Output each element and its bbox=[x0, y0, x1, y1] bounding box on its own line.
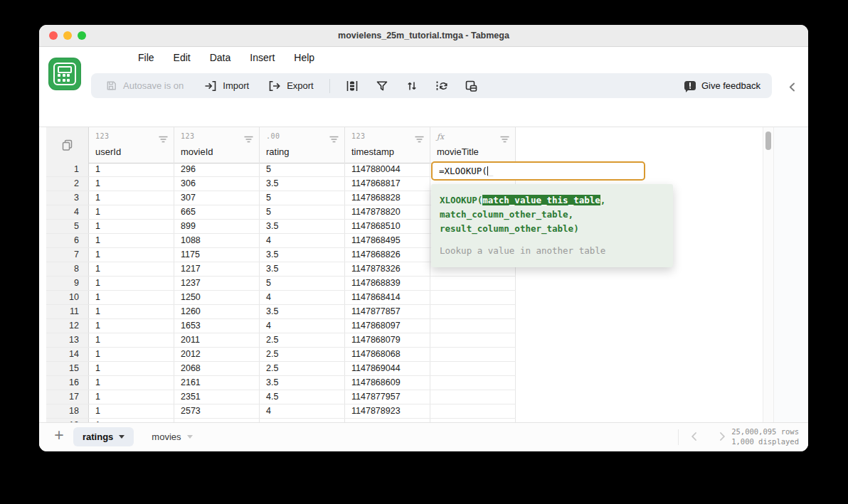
cell-timestamp[interactable]: 1147868609 bbox=[345, 376, 430, 390]
vertical-scrollbar[interactable] bbox=[763, 127, 774, 423]
cell-timestamp[interactable]: 1147868839 bbox=[345, 277, 430, 290]
collapse-panel-icon[interactable] bbox=[788, 82, 799, 93]
cell-timestamp[interactable]: 1147877957 bbox=[345, 390, 430, 404]
cell-movieId[interactable]: 1217 bbox=[174, 262, 260, 276]
cell-rating[interactable]: 3.5 bbox=[260, 220, 345, 233]
column-filter-icon[interactable] bbox=[244, 133, 253, 146]
row-number[interactable]: 1 bbox=[46, 163, 89, 176]
cell-timestamp[interactable]: 1147868826 bbox=[345, 248, 430, 262]
column-header-timestamp[interactable]: 123timestamp bbox=[345, 127, 430, 163]
row-number[interactable]: 15 bbox=[46, 362, 89, 375]
menu-item-edit[interactable]: Edit bbox=[174, 52, 191, 63]
cell-rating[interactable]: 4.5 bbox=[260, 390, 345, 404]
cell-timestamp[interactable]: 1147877857 bbox=[345, 305, 430, 318]
cell-userId[interactable]: 1 bbox=[89, 177, 174, 191]
cell-userId[interactable]: 1 bbox=[89, 248, 174, 262]
cell-rating[interactable]: 5 bbox=[260, 163, 345, 176]
give-feedback-button[interactable]: Give feedback bbox=[684, 80, 760, 91]
cell-rating[interactable]: 3.5 bbox=[260, 177, 345, 191]
cell-userId[interactable]: 1 bbox=[89, 191, 174, 205]
cell-timestamp[interactable]: 1147869044 bbox=[345, 362, 430, 375]
column-header-movieId[interactable]: 123movieId bbox=[174, 127, 260, 163]
sort-icon[interactable] bbox=[405, 79, 419, 93]
cell-movieId[interactable]: 2573 bbox=[174, 404, 260, 418]
cell-rating[interactable]: 3.5 bbox=[260, 305, 345, 318]
previous-page-icon[interactable] bbox=[690, 431, 698, 444]
cell-movieId[interactable]: 2161 bbox=[174, 376, 260, 390]
cell-userId[interactable]: 1 bbox=[89, 348, 174, 361]
cell-rating[interactable]: 3.5 bbox=[260, 248, 345, 262]
cell-movieId[interactable]: 306 bbox=[174, 177, 260, 191]
row-number[interactable]: 6 bbox=[46, 234, 89, 247]
cell-timestamp[interactable]: 1147868079 bbox=[345, 333, 430, 347]
cell-userId[interactable]: 1 bbox=[89, 262, 174, 276]
cell-timestamp[interactable]: 1147868068 bbox=[345, 348, 430, 361]
column-list-icon[interactable] bbox=[345, 79, 359, 93]
refresh-columns-icon[interactable] bbox=[435, 79, 449, 93]
cell-timestamp[interactable]: 1147868414 bbox=[345, 291, 430, 304]
cell-movieTitle[interactable] bbox=[430, 362, 516, 375]
row-number[interactable]: 14 bbox=[46, 348, 89, 361]
cell-userId[interactable]: 1 bbox=[89, 163, 174, 176]
cell-rating[interactable]: 5 bbox=[260, 191, 345, 205]
cell-movieId[interactable]: 2012 bbox=[174, 348, 260, 361]
cell-rating[interactable]: 4 bbox=[260, 234, 345, 247]
row-number[interactable]: 5 bbox=[46, 220, 89, 233]
cell-rating[interactable]: 2.5 bbox=[260, 348, 345, 361]
cell-timestamp[interactable]: 1147868817 bbox=[345, 177, 430, 191]
cell-movieId[interactable]: 1237 bbox=[174, 277, 260, 290]
row-number[interactable]: 13 bbox=[46, 333, 89, 347]
cell-movieId[interactable]: 899 bbox=[174, 220, 260, 233]
cell-movieTitle[interactable] bbox=[430, 305, 516, 318]
column-filter-icon[interactable] bbox=[159, 133, 168, 146]
cell-timestamp[interactable]: 1147880044 bbox=[345, 163, 430, 176]
sheet-tab-ratings[interactable]: ratings bbox=[73, 427, 134, 446]
cell-timestamp[interactable]: 1147868828 bbox=[345, 191, 430, 205]
menu-item-help[interactable]: Help bbox=[294, 52, 314, 63]
cell-userId[interactable]: 1 bbox=[89, 376, 174, 390]
row-number[interactable]: 9 bbox=[46, 277, 89, 290]
export-button[interactable]: Export bbox=[267, 79, 314, 93]
column-filter-icon[interactable] bbox=[415, 133, 424, 146]
cell-userId[interactable]: 1 bbox=[89, 291, 174, 304]
row-number[interactable]: 7 bbox=[46, 248, 89, 262]
sheet-tab-movies[interactable]: movies bbox=[142, 427, 201, 446]
cell-userId[interactable]: 1 bbox=[89, 305, 174, 318]
formula-cell-editor[interactable]: =XLOOKUP(_ bbox=[431, 161, 645, 181]
column-header-userId[interactable]: 123userId bbox=[89, 127, 174, 163]
cell-timestamp[interactable]: 1147868495 bbox=[345, 234, 430, 247]
cell-timestamp[interactable]: 1147878820 bbox=[345, 205, 430, 219]
column-filter-icon[interactable] bbox=[500, 133, 509, 146]
column-header-movieTitle[interactable]: ƒxmovieTitle bbox=[430, 127, 516, 163]
cell-userId[interactable]: 1 bbox=[89, 277, 174, 290]
cell-timestamp[interactable]: 1147878326 bbox=[345, 262, 430, 276]
scrollbar-thumb[interactable] bbox=[765, 132, 771, 150]
cell-userId[interactable]: 1 bbox=[89, 234, 174, 247]
cell-rating[interactable]: 2.5 bbox=[260, 362, 345, 375]
cell-timestamp[interactable]: 1147878923 bbox=[345, 404, 430, 418]
cell-movieId[interactable]: 2011 bbox=[174, 333, 260, 347]
import-button[interactable]: Import bbox=[203, 79, 249, 93]
cell-movieTitle[interactable] bbox=[430, 390, 516, 404]
row-number[interactable]: 11 bbox=[46, 305, 89, 318]
select-all-corner[interactable] bbox=[46, 127, 89, 163]
cell-movieTitle[interactable] bbox=[430, 404, 516, 418]
cell-userId[interactable]: 1 bbox=[89, 362, 174, 375]
add-sheet-button[interactable]: + bbox=[50, 427, 68, 445]
cell-movieId[interactable]: 1260 bbox=[174, 305, 260, 318]
cell-movieId[interactable]: 296 bbox=[174, 163, 260, 176]
row-number[interactable]: 17 bbox=[46, 390, 89, 404]
menu-item-data[interactable]: Data bbox=[210, 52, 231, 63]
cell-rating[interactable]: 5 bbox=[260, 205, 345, 219]
cell-userId[interactable]: 1 bbox=[89, 205, 174, 219]
cell-userId[interactable]: 1 bbox=[89, 333, 174, 347]
cell-movieId[interactable]: 2068 bbox=[174, 362, 260, 375]
column-filter-icon[interactable] bbox=[329, 133, 339, 146]
cell-movieId[interactable]: 1088 bbox=[174, 234, 260, 247]
cell-movieTitle[interactable] bbox=[430, 333, 516, 347]
cell-timestamp[interactable]: 1147868097 bbox=[345, 319, 430, 333]
menu-item-insert[interactable]: Insert bbox=[250, 52, 275, 63]
cell-userId[interactable]: 1 bbox=[89, 319, 174, 333]
cell-userId[interactable]: 1 bbox=[89, 220, 174, 233]
cell-rating[interactable]: 4 bbox=[260, 319, 345, 333]
